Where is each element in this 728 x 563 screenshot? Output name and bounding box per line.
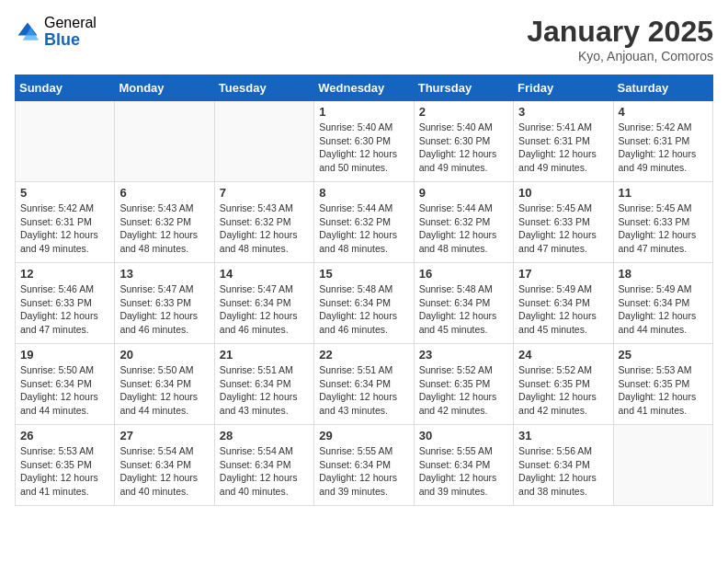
logo-icon <box>15 19 40 45</box>
day-number: 22 <box>319 348 408 362</box>
day-info: Sunrise: 5:55 AM Sunset: 6:34 PM Dayligh… <box>319 444 408 499</box>
weekday-header-row: SundayMondayTuesdayWednesdayThursdayFrid… <box>16 75 713 101</box>
calendar-day-cell: 27Sunrise: 5:54 AM Sunset: 6:34 PM Dayli… <box>115 425 214 506</box>
day-info: Sunrise: 5:54 AM Sunset: 6:34 PM Dayligh… <box>119 444 209 499</box>
day-info: Sunrise: 5:50 AM Sunset: 6:34 PM Dayligh… <box>20 363 109 418</box>
day-info: Sunrise: 5:48 AM Sunset: 6:34 PM Dayligh… <box>419 282 508 337</box>
calendar-table: SundayMondayTuesdayWednesdayThursdayFrid… <box>15 75 713 506</box>
calendar-week-row: 26Sunrise: 5:53 AM Sunset: 6:35 PM Dayli… <box>16 425 713 506</box>
day-info: Sunrise: 5:41 AM Sunset: 6:31 PM Dayligh… <box>518 121 608 175</box>
day-number: 2 <box>419 105 508 119</box>
day-info: Sunrise: 5:44 AM Sunset: 6:32 PM Dayligh… <box>319 201 408 256</box>
calendar-day-cell: 6Sunrise: 5:43 AM Sunset: 6:32 PM Daylig… <box>115 182 214 263</box>
logo: General Blue <box>15 15 97 49</box>
day-info: Sunrise: 5:42 AM Sunset: 6:31 PM Dayligh… <box>20 201 109 256</box>
calendar-week-row: 12Sunrise: 5:46 AM Sunset: 6:33 PM Dayli… <box>16 263 713 344</box>
day-info: Sunrise: 5:56 AM Sunset: 6:34 PM Dayligh… <box>518 444 608 499</box>
calendar-day-cell: 4Sunrise: 5:42 AM Sunset: 6:31 PM Daylig… <box>613 101 712 182</box>
day-number: 25 <box>619 348 708 362</box>
day-number: 15 <box>319 267 408 281</box>
day-info: Sunrise: 5:54 AM Sunset: 6:34 PM Dayligh… <box>220 444 309 499</box>
day-info: Sunrise: 5:52 AM Sunset: 6:35 PM Dayligh… <box>518 363 608 418</box>
day-number: 4 <box>619 105 708 119</box>
calendar-day-cell: 8Sunrise: 5:44 AM Sunset: 6:32 PM Daylig… <box>314 182 414 263</box>
calendar-day-cell: 5Sunrise: 5:42 AM Sunset: 6:31 PM Daylig… <box>16 182 115 263</box>
day-number: 24 <box>518 348 608 362</box>
day-number: 19 <box>20 348 109 362</box>
calendar-day-cell: 1Sunrise: 5:40 AM Sunset: 6:30 PM Daylig… <box>314 101 414 182</box>
calendar-day-cell: 23Sunrise: 5:52 AM Sunset: 6:35 PM Dayli… <box>414 344 513 425</box>
calendar-day-cell: 9Sunrise: 5:44 AM Sunset: 6:32 PM Daylig… <box>414 182 513 263</box>
calendar-day-cell <box>115 101 214 182</box>
day-info: Sunrise: 5:45 AM Sunset: 6:33 PM Dayligh… <box>518 201 608 256</box>
calendar-day-cell <box>214 101 313 182</box>
day-info: Sunrise: 5:47 AM Sunset: 6:34 PM Dayligh… <box>220 282 309 337</box>
day-number: 13 <box>119 267 209 281</box>
weekday-header: Monday <box>115 75 214 101</box>
day-number: 6 <box>119 186 209 200</box>
weekday-header: Friday <box>514 75 613 101</box>
calendar-day-cell: 2Sunrise: 5:40 AM Sunset: 6:30 PM Daylig… <box>414 101 513 182</box>
day-number: 29 <box>319 429 408 442</box>
day-number: 20 <box>119 348 209 362</box>
logo-blue: Blue <box>44 31 97 50</box>
calendar-day-cell: 12Sunrise: 5:46 AM Sunset: 6:33 PM Dayli… <box>16 263 115 344</box>
calendar-day-cell: 30Sunrise: 5:55 AM Sunset: 6:34 PM Dayli… <box>414 425 513 506</box>
calendar-week-row: 1Sunrise: 5:40 AM Sunset: 6:30 PM Daylig… <box>16 101 713 182</box>
day-number: 21 <box>220 348 309 362</box>
calendar-day-cell: 14Sunrise: 5:47 AM Sunset: 6:34 PM Dayli… <box>214 263 313 344</box>
day-info: Sunrise: 5:49 AM Sunset: 6:34 PM Dayligh… <box>619 282 708 337</box>
calendar-day-cell: 3Sunrise: 5:41 AM Sunset: 6:31 PM Daylig… <box>514 101 613 182</box>
calendar-day-cell: 20Sunrise: 5:50 AM Sunset: 6:34 PM Dayli… <box>115 344 214 425</box>
day-info: Sunrise: 5:42 AM Sunset: 6:31 PM Dayligh… <box>619 121 708 175</box>
weekday-header: Sunday <box>16 75 115 101</box>
day-number: 11 <box>619 186 708 200</box>
day-info: Sunrise: 5:47 AM Sunset: 6:33 PM Dayligh… <box>119 282 209 337</box>
calendar-week-row: 5Sunrise: 5:42 AM Sunset: 6:31 PM Daylig… <box>16 182 713 263</box>
calendar-day-cell: 25Sunrise: 5:53 AM Sunset: 6:35 PM Dayli… <box>613 344 712 425</box>
day-info: Sunrise: 5:51 AM Sunset: 6:34 PM Dayligh… <box>220 363 309 418</box>
weekday-header: Thursday <box>414 75 513 101</box>
title-block: January 2025 Kyo, Anjouan, Comoros <box>527 15 713 63</box>
day-number: 14 <box>220 267 309 281</box>
day-number: 12 <box>20 267 109 281</box>
day-number: 10 <box>518 186 608 200</box>
day-info: Sunrise: 5:49 AM Sunset: 6:34 PM Dayligh… <box>518 282 608 337</box>
calendar-day-cell: 17Sunrise: 5:49 AM Sunset: 6:34 PM Dayli… <box>514 263 613 344</box>
day-info: Sunrise: 5:51 AM Sunset: 6:34 PM Dayligh… <box>319 363 408 418</box>
calendar-day-cell: 24Sunrise: 5:52 AM Sunset: 6:35 PM Dayli… <box>514 344 613 425</box>
calendar-day-cell: 16Sunrise: 5:48 AM Sunset: 6:34 PM Dayli… <box>414 263 513 344</box>
calendar-day-cell: 15Sunrise: 5:48 AM Sunset: 6:34 PM Dayli… <box>314 263 414 344</box>
day-number: 8 <box>319 186 408 200</box>
day-info: Sunrise: 5:50 AM Sunset: 6:34 PM Dayligh… <box>119 363 209 418</box>
calendar-day-cell <box>613 425 712 506</box>
calendar-day-cell: 22Sunrise: 5:51 AM Sunset: 6:34 PM Dayli… <box>314 344 414 425</box>
day-number: 18 <box>619 267 708 281</box>
day-number: 16 <box>419 267 508 281</box>
calendar-day-cell: 19Sunrise: 5:50 AM Sunset: 6:34 PM Dayli… <box>16 344 115 425</box>
day-info: Sunrise: 5:43 AM Sunset: 6:32 PM Dayligh… <box>220 201 309 256</box>
day-info: Sunrise: 5:45 AM Sunset: 6:33 PM Dayligh… <box>619 201 708 256</box>
day-number: 7 <box>220 186 309 200</box>
day-info: Sunrise: 5:53 AM Sunset: 6:35 PM Dayligh… <box>619 363 708 418</box>
calendar-day-cell: 10Sunrise: 5:45 AM Sunset: 6:33 PM Dayli… <box>514 182 613 263</box>
calendar-day-cell <box>16 101 115 182</box>
day-info: Sunrise: 5:46 AM Sunset: 6:33 PM Dayligh… <box>20 282 109 337</box>
day-number: 23 <box>419 348 508 362</box>
day-info: Sunrise: 5:53 AM Sunset: 6:35 PM Dayligh… <box>20 444 109 499</box>
calendar-day-cell: 7Sunrise: 5:43 AM Sunset: 6:32 PM Daylig… <box>214 182 313 263</box>
day-info: Sunrise: 5:40 AM Sunset: 6:30 PM Dayligh… <box>319 121 408 175</box>
day-info: Sunrise: 5:40 AM Sunset: 6:30 PM Dayligh… <box>419 121 508 175</box>
day-info: Sunrise: 5:52 AM Sunset: 6:35 PM Dayligh… <box>419 363 508 418</box>
calendar-day-cell: 21Sunrise: 5:51 AM Sunset: 6:34 PM Dayli… <box>214 344 313 425</box>
day-number: 28 <box>220 429 309 442</box>
month-title: January 2025 <box>527 15 713 49</box>
day-info: Sunrise: 5:44 AM Sunset: 6:32 PM Dayligh… <box>419 201 508 256</box>
day-number: 31 <box>518 429 608 442</box>
day-number: 1 <box>319 105 408 119</box>
calendar-day-cell: 28Sunrise: 5:54 AM Sunset: 6:34 PM Dayli… <box>214 425 313 506</box>
weekday-header: Saturday <box>613 75 712 101</box>
day-number: 3 <box>518 105 608 119</box>
weekday-header: Tuesday <box>214 75 313 101</box>
logo-text: General Blue <box>44 15 97 49</box>
